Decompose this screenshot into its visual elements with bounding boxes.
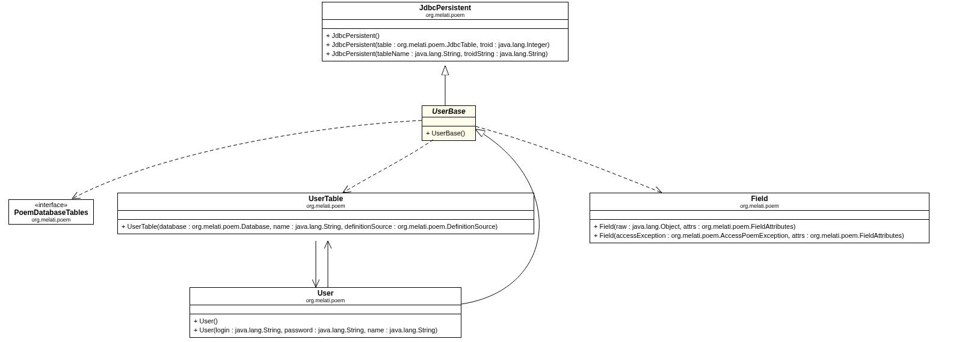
class-header: JdbcPersistent org.melati.poem — [322, 2, 568, 20]
dependency-userbase-usertable — [343, 140, 433, 193]
class-header: User org.melati.poem — [190, 288, 461, 305]
class-header: UserBase — [422, 106, 475, 117]
class-operations: + User() + User(login : java.lang.String… — [190, 314, 461, 337]
class-package: org.melati.poem — [327, 12, 563, 18]
operation: + Field(raw : java.lang.Object, attrs : … — [594, 222, 925, 231]
class-name: JdbcPersistent — [327, 4, 563, 12]
operation: + JdbcPersistent(table : org.melati.poem… — [326, 40, 564, 49]
class-operations: + JdbcPersistent() + JdbcPersistent(tabl… — [322, 29, 568, 61]
class-attributes — [118, 211, 534, 220]
class-header: UserTable org.melati.poem — [118, 193, 534, 211]
class-attributes — [590, 211, 929, 220]
class-poem-database-tables: «interface» PoemDatabaseTables org.melat… — [8, 199, 94, 225]
class-name: UserTable — [123, 194, 529, 203]
class-field: Field org.melati.poem + Field(raw : java… — [590, 193, 929, 243]
operation: + Field(accessException : org.melati.poe… — [594, 231, 925, 240]
operation: + JdbcPersistent() — [326, 31, 564, 40]
class-operations: + UserTable(database : org.melati.poem.D… — [118, 220, 534, 234]
class-name: UserBase — [427, 107, 470, 116]
class-user-base: UserBase + UserBase() — [422, 105, 476, 141]
class-stereotype: «interface» — [14, 201, 88, 208]
class-header: Field org.melati.poem — [590, 193, 929, 211]
class-operations: + Field(raw : java.lang.Object, attrs : … — [590, 220, 929, 243]
class-name: Field — [595, 194, 924, 203]
class-package: org.melati.poem — [595, 203, 924, 209]
operation: + UserTable(database : org.melati.poem.D… — [122, 222, 530, 231]
class-attributes — [190, 305, 461, 314]
dependency-userbase-field — [476, 126, 662, 193]
class-attributes — [322, 20, 568, 29]
class-operations: + UserBase() — [422, 126, 475, 140]
class-package: org.melati.poem — [123, 203, 529, 209]
operation: + User() — [194, 317, 457, 326]
class-user-table: UserTable org.melati.poem + UserTable(da… — [117, 193, 534, 234]
class-package: org.melati.poem — [195, 297, 456, 303]
class-header: «interface» PoemDatabaseTables org.melat… — [9, 200, 93, 224]
operation: + JdbcPersistent(tableName : java.lang.S… — [326, 49, 564, 58]
class-name: PoemDatabaseTables — [14, 208, 88, 217]
class-user: User org.melati.poem + User() + User(log… — [190, 287, 461, 338]
class-jdbc-persistent: JdbcPersistent org.melati.poem + JdbcPer… — [322, 2, 569, 61]
operation: + UserBase() — [426, 129, 472, 138]
class-name: User — [195, 289, 456, 297]
operation: + User(login : java.lang.String, passwor… — [194, 326, 457, 335]
class-package: org.melati.poem — [14, 217, 88, 223]
dependency-userbase-poemdatabasetables — [72, 120, 422, 199]
class-attributes — [422, 117, 475, 126]
